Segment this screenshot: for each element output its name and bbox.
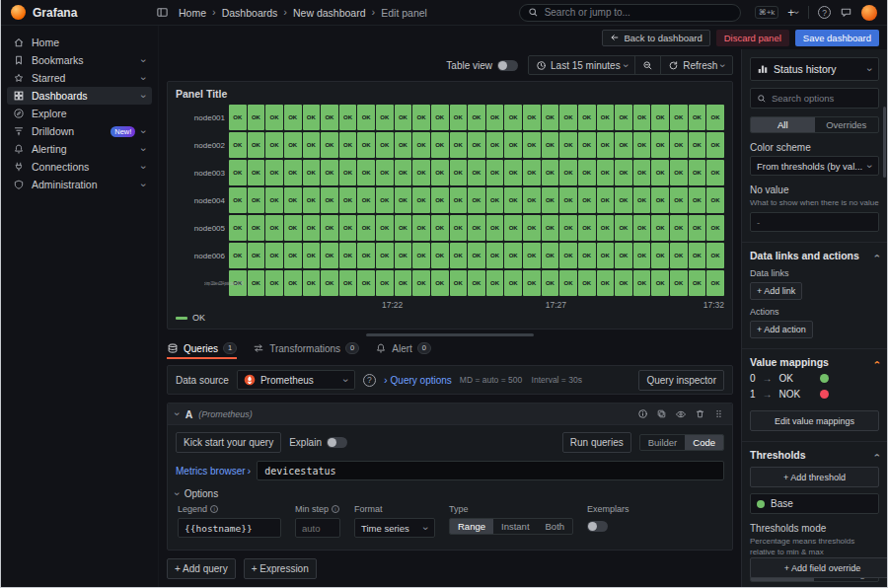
sidebar-item-starred[interactable]: Starred	[7, 69, 152, 87]
exemplars-toggle[interactable]	[587, 521, 608, 532]
sidebar-item-bookmarks[interactable]: Bookmarks	[7, 51, 152, 69]
sidebar-item-administration[interactable]: Administration	[7, 176, 152, 193]
chevron-down-icon[interactable]	[142, 144, 146, 155]
query-inspector-button[interactable]: Query inspector	[638, 370, 724, 391]
chevron-down-icon[interactable]	[142, 126, 146, 137]
threshold-color-dot[interactable]	[757, 500, 765, 508]
tab-transformations[interactable]: Transformations 0	[253, 339, 359, 359]
status-cell: OK	[248, 243, 265, 268]
breadcrumb-dashboards[interactable]: Dashboards	[222, 7, 278, 19]
visualization-picker[interactable]: Status history	[750, 57, 879, 81]
min-step-input[interactable]	[295, 518, 340, 538]
query-options-toggle[interactable]: Query options	[384, 375, 452, 386]
color-scheme-select[interactable]: From thresholds (by val...	[750, 156, 879, 176]
tab-queries[interactable]: Queries 1	[167, 339, 237, 359]
new-menu-button[interactable]: +	[787, 6, 799, 20]
base-threshold-row[interactable]: Base	[750, 493, 879, 514]
global-search[interactable]	[519, 4, 741, 22]
tab-all[interactable]: All	[751, 117, 815, 132]
sidebar-item-home[interactable]: Home	[7, 34, 152, 51]
options-search[interactable]	[750, 88, 879, 109]
type-both-option[interactable]: Both	[538, 519, 573, 534]
sidebar-toggle-icon[interactable]	[156, 6, 169, 19]
add-query-button[interactable]: + Add query	[167, 558, 236, 579]
explain-toggle[interactable]	[327, 437, 347, 448]
breadcrumb-home[interactable]: Home	[179, 7, 206, 19]
data-links-section-header[interactable]: Data links and actions	[750, 250, 879, 261]
query-options-collapse[interactable]: Options	[168, 484, 732, 501]
value-mappings-section-header[interactable]: Value mappings	[750, 356, 879, 368]
grafana-logo-icon[interactable]	[11, 5, 26, 20]
breadcrumb-new-dashboard[interactable]: New dashboard	[293, 7, 366, 19]
type-instant-option[interactable]: Instant	[493, 519, 538, 534]
chevron-down-icon[interactable]	[142, 162, 146, 173]
sidebar-item-explore[interactable]: Explore	[7, 105, 152, 122]
metrics-browser-link[interactable]: Metrics browser	[176, 466, 251, 477]
query-footer-actions: + Add query + Expression	[167, 558, 733, 579]
chevron-down-icon[interactable]	[142, 180, 146, 190]
search-input[interactable]	[545, 7, 732, 18]
refresh-button[interactable]: Refresh	[660, 55, 733, 75]
status-cell: OK	[689, 243, 706, 268]
add-threshold-button[interactable]: + Add threshold	[750, 467, 879, 487]
chevron-down-icon[interactable]	[142, 55, 146, 66]
chevron-down-icon[interactable]	[142, 73, 146, 84]
sidebar-item-drilldown[interactable]: Drilldown New!	[7, 122, 152, 140]
collapse-query-icon[interactable]	[176, 408, 180, 419]
query-datasource-hint: (Prometheus)	[198, 409, 253, 419]
add-link-button[interactable]: + Add link	[750, 282, 802, 300]
pane-splitter[interactable]	[167, 330, 733, 339]
edit-value-mappings-button[interactable]: Edit value mappings	[750, 410, 879, 431]
time-range-picker[interactable]: Last 15 minutes	[528, 55, 635, 75]
no-value-input[interactable]	[750, 212, 879, 232]
status-cell: OK	[284, 215, 302, 241]
options-search-input[interactable]	[772, 93, 872, 104]
sidebar-item-dashboards[interactable]: Dashboards	[7, 87, 152, 105]
add-action-button[interactable]: + Add action	[750, 321, 813, 338]
code-option[interactable]: Code	[685, 435, 723, 450]
user-avatar[interactable]	[861, 5, 877, 21]
save-dashboard-button[interactable]: Save dashboard	[795, 30, 879, 46]
status-cell: OK	[248, 270, 265, 296]
builder-option[interactable]: Builder	[640, 435, 686, 450]
legend-input[interactable]	[178, 518, 281, 538]
eye-icon[interactable]	[675, 408, 687, 420]
thresholds-section-header[interactable]: Thresholds	[750, 449, 879, 461]
status-cell: OK	[578, 243, 596, 268]
datasource-help-icon[interactable]	[363, 374, 376, 387]
info-circle-icon[interactable]	[637, 408, 648, 419]
run-queries-button[interactable]: Run queries	[562, 432, 631, 453]
zoom-out-time-button[interactable]	[634, 55, 661, 75]
mapping-color-dot	[820, 374, 829, 383]
datasource-picker[interactable]: Prometheus	[237, 370, 355, 390]
status-cell: OK	[542, 187, 559, 213]
sidebar-item-connections[interactable]: Connections	[7, 158, 152, 176]
back-to-dashboard-button[interactable]: Back to dashboard	[602, 30, 709, 46]
database-icon	[167, 342, 179, 354]
tab-alert[interactable]: Alert 0	[375, 339, 431, 359]
status-cell: OK	[431, 243, 449, 268]
status-cell: OK	[670, 160, 688, 185]
status-cell: OK	[468, 215, 485, 241]
trash-icon[interactable]	[695, 408, 705, 419]
tab-overrides[interactable]: Overrides	[815, 117, 879, 132]
kick-start-query-button[interactable]: Kick start your query	[176, 432, 281, 453]
add-expression-button[interactable]: + Expression	[244, 558, 317, 579]
duplicate-icon[interactable]	[656, 408, 667, 419]
sidebar-item-alerting[interactable]: Alerting	[7, 140, 152, 158]
options-scrollbar[interactable]	[883, 107, 886, 178]
drilldown-icon	[13, 125, 25, 137]
add-field-override-button[interactable]: + Add field override	[750, 557, 887, 578]
help-icon[interactable]	[818, 6, 831, 19]
status-cell: OK	[357, 105, 375, 130]
table-view-toggle[interactable]	[497, 60, 518, 71]
promql-expression-input[interactable]	[257, 461, 724, 480]
chat-icon[interactable]	[840, 6, 852, 19]
discard-panel-button[interactable]: Discard panel	[716, 30, 789, 46]
panel-legend[interactable]: OK	[176, 313, 724, 323]
chevron-down-icon[interactable]	[142, 91, 146, 102]
type-range-option[interactable]: Range	[450, 519, 493, 534]
format-select[interactable]: Time series	[354, 518, 435, 538]
drag-handle-icon[interactable]	[713, 408, 724, 419]
status-cell: OK	[321, 187, 338, 213]
